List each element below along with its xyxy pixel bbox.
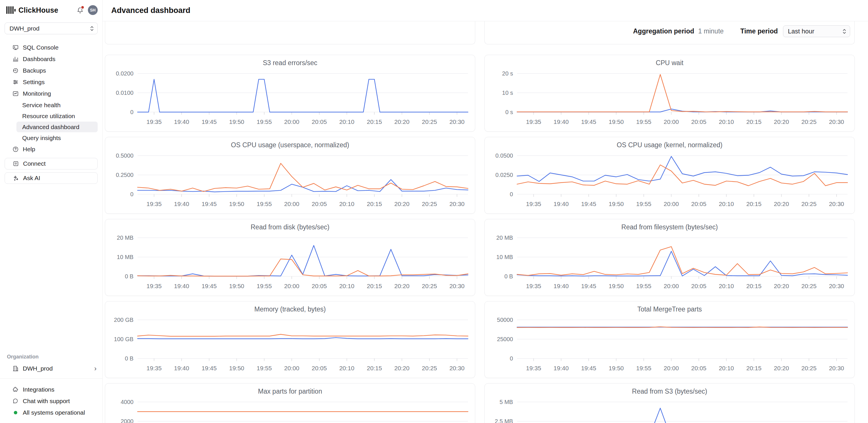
svg-text:20:00: 20:00: [664, 283, 679, 289]
svg-text:0 B: 0 B: [504, 273, 513, 280]
svg-text:0: 0: [130, 191, 133, 197]
sidebar-item-query-insights[interactable]: Query insights: [17, 133, 98, 143]
sidebar-item-advanced-dashboard[interactable]: Advanced dashboard: [17, 122, 98, 132]
svg-text:20:05: 20:05: [312, 200, 327, 207]
sidebar-item-label: Settings: [23, 79, 45, 86]
svg-text:0: 0: [510, 355, 513, 362]
chart-card: S3 read errors/sec0.02000.0100019:3519:4…: [105, 55, 475, 132]
connect-button[interactable]: Connect: [5, 158, 98, 169]
svg-text:0.0250: 0.0250: [495, 172, 513, 178]
sidebar-item-chat-support[interactable]: Chat with support: [0, 395, 102, 407]
svg-text:19:35: 19:35: [526, 119, 541, 125]
chart-canvas[interactable]: 5 MB2.5 MB19:3519:4019:4519:5019:5520:00…: [485, 396, 855, 423]
svg-text:19:50: 19:50: [229, 119, 244, 125]
chart-title: S3 read errors/sec: [105, 59, 475, 67]
svg-text:19:50: 19:50: [229, 365, 244, 371]
service-selector[interactable]: DWH_prod: [5, 23, 98, 34]
svg-text:2000: 2000: [121, 418, 134, 423]
svg-text:0 B: 0 B: [125, 273, 133, 280]
svg-text:20:10: 20:10: [719, 200, 734, 207]
dashboard-content: Aggregation period 1 minute Time period …: [102, 21, 868, 423]
settings-icon: [12, 79, 19, 86]
chart-canvas[interactable]: 0.50000.2500019:3519:4019:4519:5019:5520…: [105, 149, 475, 210]
sidebar-item-dashboards[interactable]: Dashboards: [0, 53, 102, 65]
chart-card: CPU wait20 s10 s0 s19:3519:4019:4519:501…: [485, 55, 855, 132]
sidebar-item-monitoring[interactable]: Monitoring: [0, 88, 102, 99]
svg-text:20:00: 20:00: [284, 200, 300, 207]
time-period-value: Last hour: [788, 28, 814, 35]
svg-text:19:40: 19:40: [554, 283, 569, 289]
svg-text:19:50: 19:50: [229, 200, 244, 207]
sidebar-item-integrations[interactable]: Integrations: [0, 384, 102, 395]
chart-canvas[interactable]: 20 s10 s0 s19:3519:4019:4519:5019:5520:0…: [485, 67, 855, 128]
chart-title: Read from filesystem (bytes/sec): [485, 223, 855, 231]
svg-text:20:15: 20:15: [746, 200, 762, 207]
sidebar-item-help[interactable]: Help: [0, 143, 102, 155]
svg-text:19:55: 19:55: [636, 283, 651, 289]
system-status[interactable]: All systems operational: [0, 407, 102, 418]
svg-text:20:20: 20:20: [774, 365, 789, 371]
chat-icon: [12, 398, 19, 404]
svg-text:19:45: 19:45: [202, 200, 217, 207]
updown-chevron-icon: [90, 25, 94, 32]
service-selector-value: DWH_prod: [9, 25, 39, 32]
time-period-select[interactable]: Last hour: [783, 25, 850, 37]
svg-text:20:10: 20:10: [719, 283, 734, 289]
chart-card: Read from disk (bytes/sec)20 MB10 MB0 B1…: [105, 219, 475, 296]
brand-name: ClickHouse: [19, 6, 58, 14]
svg-text:20:10: 20:10: [719, 119, 734, 125]
sidebar-item-label: Backups: [23, 67, 46, 74]
svg-text:20:15: 20:15: [367, 200, 382, 207]
sidebar-item-backups[interactable]: Backups: [0, 65, 102, 76]
sidebar-item-service-health[interactable]: Service health: [17, 100, 98, 110]
svg-text:20:15: 20:15: [746, 283, 762, 289]
svg-text:20:25: 20:25: [801, 119, 817, 125]
sidebar-item-resource-utilization[interactable]: Resource utilization: [17, 111, 98, 121]
svg-text:19:50: 19:50: [609, 200, 624, 207]
chart-canvas[interactable]: 200 GB100 GB0 B19:3519:4019:4519:5019:55…: [105, 314, 475, 375]
chart-canvas[interactable]: 20 MB10 MB0 B19:3519:4019:4519:5019:5520…: [485, 231, 855, 292]
sparkles-icon: [12, 174, 19, 182]
chart-canvas[interactable]: 0.02000.0100019:3519:4019:4519:5019:5520…: [105, 67, 475, 128]
svg-text:20:20: 20:20: [774, 283, 789, 289]
avatar[interactable]: SH: [88, 5, 98, 15]
svg-text:19:40: 19:40: [174, 283, 189, 289]
svg-text:19:45: 19:45: [581, 365, 596, 371]
sidebar: ClickHouse SH DWH_prod SQL Consol: [0, 0, 102, 423]
svg-text:20:00: 20:00: [664, 365, 679, 371]
svg-text:20:10: 20:10: [339, 119, 354, 125]
puzzle-icon: [12, 386, 19, 393]
sidebar-subitem-label: Resource utilization: [22, 113, 75, 120]
svg-text:20:05: 20:05: [691, 119, 707, 125]
sidebar-item-settings[interactable]: Settings: [0, 76, 102, 88]
chart-canvas[interactable]: 0.05000.0250019:3519:4019:4519:5019:5520…: [485, 149, 855, 210]
updown-chevron-icon: [842, 28, 846, 35]
chart-canvas[interactable]: 5000025000019:3519:4019:4519:5019:5520:0…: [485, 314, 855, 375]
aggregation-period-value: 1 minute: [698, 27, 724, 35]
svg-text:20:25: 20:25: [422, 119, 437, 125]
sidebar-item-sql-console[interactable]: SQL Console: [0, 42, 102, 53]
ask-ai-button[interactable]: Ask AI: [5, 172, 98, 184]
chart-title: Max parts for partition: [105, 388, 475, 396]
svg-text:19:55: 19:55: [256, 119, 272, 125]
chart-card: OS CPU usage (userspace, normalized)0.50…: [105, 137, 475, 214]
svg-text:0 s: 0 s: [505, 109, 513, 115]
chart-title: Read from disk (bytes/sec): [105, 223, 475, 231]
chart-canvas[interactable]: 20 MB10 MB0 B19:3519:4019:4519:5019:5520…: [105, 231, 475, 292]
svg-text:19:35: 19:35: [146, 200, 162, 207]
svg-text:19:35: 19:35: [146, 119, 162, 125]
notifications-bell-icon[interactable]: [76, 6, 85, 14]
svg-text:19:50: 19:50: [609, 119, 624, 125]
backups-icon: [12, 67, 19, 74]
svg-text:20:05: 20:05: [691, 200, 707, 207]
svg-text:20:30: 20:30: [449, 365, 465, 371]
svg-text:19:40: 19:40: [174, 365, 189, 371]
chart-title: Total MergeTree parts: [485, 305, 855, 314]
svg-text:20:20: 20:20: [774, 200, 789, 207]
svg-text:19:45: 19:45: [202, 119, 217, 125]
sql-console-icon: [12, 44, 19, 51]
status-dot-icon: [14, 411, 17, 414]
chart-canvas[interactable]: 4000200019:3519:4019:4519:5019:5520:0020…: [105, 396, 475, 423]
organization-row[interactable]: DWH_prod ›: [0, 363, 102, 374]
svg-text:20:20: 20:20: [774, 119, 789, 125]
